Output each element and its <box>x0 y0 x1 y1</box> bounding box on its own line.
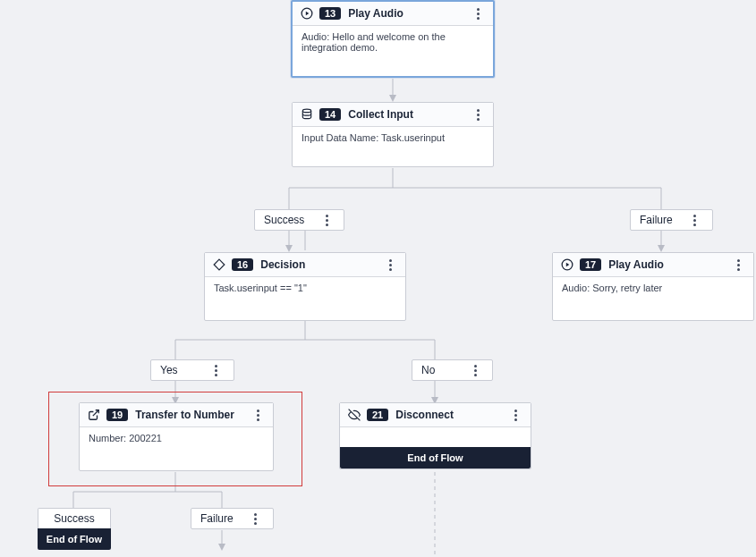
branch-label-success[interactable]: Success <box>254 209 344 231</box>
node-play-audio-17[interactable]: 17 Play Audio Audio: Sorry, retry later <box>552 252 754 321</box>
node-header[interactable]: 17 Play Audio <box>553 253 753 277</box>
play-circle-icon <box>300 6 314 21</box>
node-header[interactable]: 13 Play Audio <box>293 2 493 26</box>
node-body: Number: 200221 <box>80 427 273 470</box>
node-menu-button[interactable] <box>382 259 398 271</box>
branch-menu-button[interactable] <box>467 365 483 376</box>
node-number-badge: 14 <box>319 108 341 121</box>
svg-point-21 <box>302 109 310 113</box>
node-menu-button[interactable] <box>730 259 746 271</box>
node-number-badge: 17 <box>580 258 601 271</box>
branch-label-failure-bottom[interactable]: Failure <box>191 508 274 529</box>
node-menu-button[interactable] <box>507 409 523 421</box>
node-disconnect-21[interactable]: 21 Disconnect End of Flow <box>339 402 531 469</box>
node-decision-16[interactable]: 16 Decision Task.userinput == "1" <box>204 252 406 321</box>
node-body <box>340 427 531 447</box>
branch-label-success-bottom[interactable]: Success End of Flow <box>38 508 111 550</box>
eye-off-icon <box>347 408 361 422</box>
node-body: Task.userinput == "1" <box>205 277 405 320</box>
node-body: Audio: Hello and welcome on the integrat… <box>293 26 493 76</box>
node-play-audio-13[interactable]: 13 Play Audio Audio: Hello and welcome o… <box>291 0 495 78</box>
node-menu-button[interactable] <box>470 8 486 20</box>
node-header[interactable]: 16 Decision <box>205 253 405 277</box>
play-circle-icon <box>560 257 574 272</box>
node-number-badge: 19 <box>106 409 128 421</box>
node-header[interactable]: 19 Transfer to Number <box>80 403 273 427</box>
node-title: Play Audio <box>348 7 470 20</box>
node-title: Collect Input <box>348 108 470 121</box>
node-title: Decision <box>260 258 382 271</box>
node-menu-button[interactable] <box>470 109 486 121</box>
node-number-badge: 21 <box>367 409 388 421</box>
node-number-badge: 13 <box>319 7 341 20</box>
node-menu-button[interactable] <box>250 409 266 421</box>
branch-label-text: Success <box>54 512 94 525</box>
branch-label-yes[interactable]: Yes <box>150 359 234 381</box>
node-title: Disconnect <box>395 409 507 421</box>
node-title: Play Audio <box>608 258 730 271</box>
end-of-flow-label: End of Flow <box>38 528 111 550</box>
node-title: Transfer to Number <box>135 409 250 421</box>
node-header[interactable]: 21 Disconnect <box>340 403 531 427</box>
branch-menu-button[interactable] <box>319 215 335 226</box>
branch-label-text: Failure <box>640 214 678 226</box>
node-header[interactable]: 14 Collect Input <box>293 103 493 127</box>
branch-label-text: No <box>421 364 458 376</box>
node-transfer-to-number-19[interactable]: 19 Transfer to Number Number: 200221 <box>79 402 274 471</box>
diamond-icon <box>212 257 226 272</box>
node-collect-input-14[interactable]: 14 Collect Input Input Data Name: Task.u… <box>292 102 494 167</box>
branch-label-no[interactable]: No <box>412 359 493 381</box>
external-link-icon <box>87 408 101 422</box>
branch-menu-button[interactable] <box>687 215 703 226</box>
end-of-flow-label: End of Flow <box>340 447 531 468</box>
node-number-badge: 16 <box>232 258 253 271</box>
database-icon <box>300 107 314 122</box>
branch-label-text: Yes <box>160 364 200 376</box>
svg-line-23 <box>93 410 98 416</box>
branch-label-text: Failure <box>200 512 239 525</box>
branch-menu-button[interactable] <box>208 365 225 376</box>
branch-label-text: Success <box>264 214 310 226</box>
branch-label-failure[interactable]: Failure <box>630 209 713 231</box>
node-body: Audio: Sorry, retry later <box>553 277 753 320</box>
node-body: Input Data Name: Task.userinput <box>293 127 493 166</box>
branch-menu-button[interactable] <box>248 513 264 525</box>
